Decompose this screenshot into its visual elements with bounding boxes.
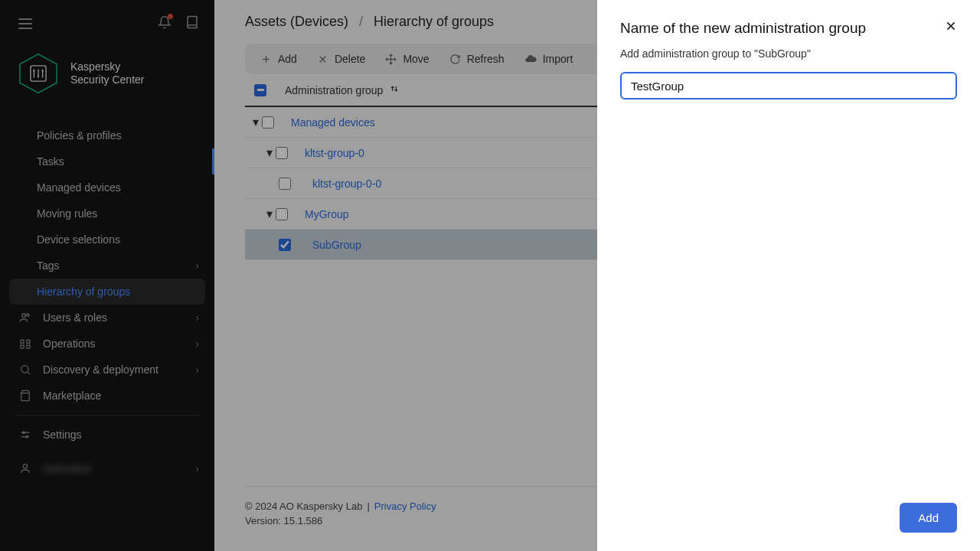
sidebar-nav: Policies & profiles Tasks Managed device…: [0, 113, 214, 551]
app-name-line2: Security Center: [70, 73, 144, 87]
tree-item-link[interactable]: kltst-group-0: [305, 147, 364, 159]
chevron-right-icon: ›: [195, 337, 199, 350]
toolbar-label: Move: [403, 53, 429, 65]
row-checkbox[interactable]: [279, 178, 291, 190]
toolbar-label: Add: [278, 53, 297, 65]
sidebar-item-moving-rules[interactable]: Moving rules: [0, 201, 214, 227]
privacy-policy-link[interactable]: Privacy Policy: [374, 500, 436, 512]
version-label: Version:: [245, 515, 281, 527]
tree-item-link[interactable]: kltst-group-0-0: [312, 178, 381, 190]
row-checkbox[interactable]: [276, 147, 288, 159]
svg-point-9: [27, 314, 29, 316]
refresh-button[interactable]: Refresh: [449, 53, 505, 65]
svg-point-5: [33, 70, 34, 72]
group-name-input[interactable]: [620, 72, 957, 99]
tree-caret-icon[interactable]: ▾: [250, 115, 262, 129]
tree-item-link[interactable]: SubGroup: [312, 239, 361, 251]
sidebar-item-label: Settings: [43, 429, 82, 441]
sidebar-item-account[interactable]: username›: [0, 455, 214, 481]
bag-icon: [18, 390, 32, 402]
sidebar-item-users-roles[interactable]: Users & roles›: [0, 305, 214, 331]
sidebar-item-hierarchy-of-groups[interactable]: Hierarchy of groups: [9, 279, 205, 305]
panel-add-button[interactable]: Add: [900, 503, 957, 533]
svg-point-8: [22, 314, 26, 318]
row-checkbox[interactable]: [262, 116, 274, 129]
column-header-label: Administration group: [285, 84, 383, 96]
sidebar-item-label: Device selections: [37, 233, 120, 246]
move-icon: [385, 54, 397, 65]
svg-rect-11: [27, 340, 30, 343]
breadcrumb-part-2[interactable]: Hierarchy of groups: [374, 14, 494, 30]
sidebar-item-label: username: [43, 462, 90, 474]
chevron-right-icon: ›: [195, 311, 199, 324]
operations-icon: [18, 337, 32, 350]
notifications-icon[interactable]: [158, 15, 172, 32]
toolbar-label: Refresh: [467, 53, 505, 65]
book-icon[interactable]: [185, 15, 199, 32]
chevron-right-icon: ›: [195, 364, 199, 376]
svg-rect-10: [21, 340, 24, 343]
sidebar-item-label: Tasks: [37, 155, 64, 168]
svg-point-20: [23, 465, 27, 468]
sort-icon: [389, 83, 400, 96]
new-group-panel: Name of the new administration group Add…: [597, 0, 980, 551]
sidebar-item-tasks[interactable]: Tasks: [0, 148, 214, 174]
sidebar-item-label: Policies & profiles: [37, 129, 122, 142]
chevron-right-icon: ›: [195, 462, 199, 474]
move-button[interactable]: Move: [385, 53, 429, 65]
users-icon: [18, 311, 32, 324]
svg-rect-13: [27, 345, 30, 348]
row-checkbox[interactable]: [276, 208, 288, 220]
select-all-checkbox[interactable]: [245, 84, 276, 96]
search-icon: [18, 364, 32, 376]
toolbar-label: Delete: [335, 53, 365, 65]
footer-separator: |: [367, 500, 369, 512]
refresh-icon: [449, 54, 461, 65]
sliders-icon: [18, 429, 32, 441]
user-icon: [18, 462, 32, 474]
sidebar-item-label: Marketplace: [43, 390, 101, 402]
logo-icon: [17, 52, 60, 95]
version-value: 15.1.586: [284, 515, 323, 527]
import-button[interactable]: Import: [524, 53, 573, 65]
sidebar-item-label: Moving rules: [37, 207, 97, 220]
sidebar-item-policies[interactable]: Policies & profiles: [0, 122, 214, 148]
breadcrumb-separator: /: [359, 14, 363, 30]
app-name-line1: Kaspersky: [70, 60, 144, 74]
sidebar-item-operations[interactable]: Operations›: [0, 331, 214, 357]
sidebar-item-label: Hierarchy of groups: [37, 285, 130, 298]
toolbar-label: Import: [543, 53, 573, 65]
breadcrumb-part-1[interactable]: Assets (Devices): [245, 14, 348, 30]
delete-button[interactable]: Delete: [317, 53, 365, 65]
tree-caret-icon[interactable]: ▾: [263, 207, 276, 221]
sidebar-item-label: Discovery & deployment: [43, 364, 158, 376]
cloud-download-icon: [524, 53, 537, 65]
plus-icon: [260, 54, 272, 65]
add-button[interactable]: Add: [260, 53, 297, 65]
sidebar-item-label: Operations: [43, 337, 95, 350]
sidebar-item-managed-devices[interactable]: Managed devices: [0, 174, 214, 201]
svg-line-15: [28, 372, 30, 374]
copyright-text: © 2024 AO Kaspersky Lab: [245, 500, 362, 512]
sidebar-item-label: Managed devices: [37, 181, 121, 194]
sidebar-item-tags[interactable]: Tags›: [0, 253, 214, 279]
row-checkbox[interactable]: [279, 239, 291, 251]
svg-point-14: [21, 366, 28, 373]
column-header-admin-group[interactable]: Administration group: [276, 83, 400, 96]
sidebar-item-discovery-deployment[interactable]: Discovery & deployment›: [0, 357, 214, 383]
sidebar: Kaspersky Security Center Policies & pro…: [0, 0, 214, 551]
close-icon[interactable]: [945, 20, 957, 35]
svg-point-7: [41, 70, 43, 72]
sidebar-item-marketplace[interactable]: Marketplace: [0, 383, 214, 409]
nav-divider: [15, 415, 199, 416]
x-icon: [317, 54, 328, 65]
svg-point-6: [38, 75, 39, 77]
tree-caret-icon[interactable]: ▾: [263, 145, 276, 160]
sidebar-item-device-selections[interactable]: Device selections: [0, 227, 214, 253]
svg-rect-12: [21, 345, 24, 348]
sidebar-item-settings[interactable]: Settings: [0, 422, 214, 448]
tree-item-link[interactable]: MyGroup: [305, 208, 349, 220]
panel-subtitle: Add administration group to "SubGroup": [620, 47, 957, 60]
tree-item-link[interactable]: Managed devices: [291, 116, 375, 129]
menu-toggle-button[interactable]: [18, 18, 32, 29]
